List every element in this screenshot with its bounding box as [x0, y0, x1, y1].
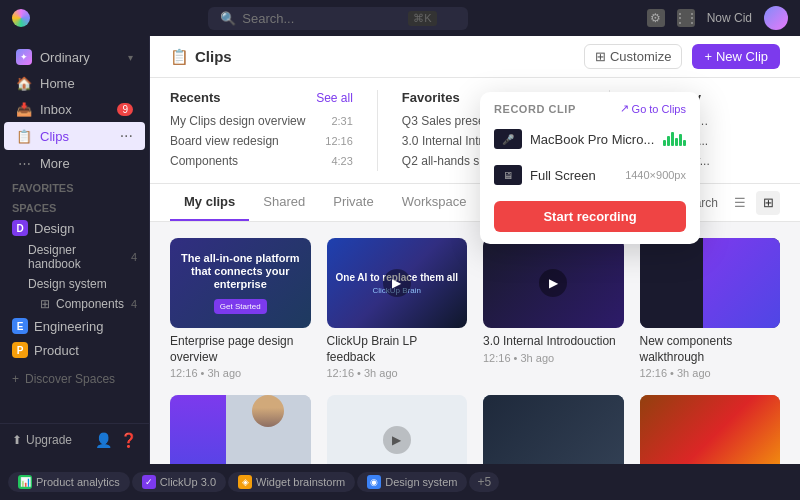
clips-grid: The all-in-one platform that connects yo…: [150, 222, 800, 464]
bar-3: [671, 132, 674, 146]
clip-thumb-5: ▶: [327, 395, 468, 464]
upgrade-icon: ⬆: [12, 433, 22, 447]
search-icon: 🔍: [220, 11, 236, 26]
components-icon: ⊞: [40, 297, 50, 311]
tab-shared[interactable]: Shared: [249, 184, 319, 221]
sidebar-home-label: Home: [40, 76, 75, 91]
plus-icon: +: [12, 372, 19, 386]
bottom-tag-2[interactable]: ◈ Widget brainstorm: [228, 472, 355, 492]
sidebar-space-design[interactable]: D Design: [0, 216, 149, 240]
discover-label: Discover Spaces: [25, 372, 115, 386]
start-recording-button[interactable]: Start recording: [494, 201, 686, 232]
workspace-selector[interactable]: ✦ Ordinary ▾: [4, 44, 145, 70]
header-actions: ⊞ Customize + New Clip: [584, 44, 780, 69]
clips-scroll-area[interactable]: The all-in-one platform that connects yo…: [150, 222, 800, 464]
grid-icon[interactable]: ⋮⋮: [677, 9, 695, 27]
clip-card-6[interactable]: Website design feedback 12:16 • 3h ago: [483, 395, 624, 464]
clip-info-2: 3.0 Internal Introdouction 12:16 • 3h ag…: [483, 334, 624, 364]
list-view-button[interactable]: ☰: [728, 191, 752, 215]
customize-button[interactable]: ⊞ Customize: [584, 44, 682, 69]
product-space-icon: P: [12, 342, 28, 358]
clip-meta-3: 12:16 • 3h ago: [640, 367, 781, 379]
sidebar-space-product[interactable]: P Product: [0, 338, 149, 362]
bar-4: [675, 138, 678, 146]
customize-icon: ⊞: [595, 49, 606, 64]
upgrade-button[interactable]: ⬆ Upgrade: [12, 433, 72, 447]
discover-spaces[interactable]: + Discover Spaces: [0, 366, 149, 392]
main-layout: ✦ Ordinary ▾ 🏠 Home 📥 Inbox 9 📋 Clips ··…: [0, 36, 800, 464]
bottom-tag-3[interactable]: ◉ Design system: [357, 472, 467, 492]
recent-time-2: 4:23: [331, 155, 352, 167]
workspace-icon: ✦: [16, 49, 32, 65]
user-avatar[interactable]: [764, 6, 788, 30]
tabs: My clips Shared Private Workspace: [170, 184, 480, 221]
clips-title-icon: 📋: [170, 48, 189, 66]
sidebar-space-engineering[interactable]: E Engineering: [0, 314, 149, 338]
clip-card-1[interactable]: One AI to replace them all ClickUp Brain…: [327, 238, 468, 379]
recent-name-2: Components: [170, 154, 238, 168]
clip-thumb-4: [170, 395, 311, 464]
recent-name-0: My Clips design overview: [170, 114, 305, 128]
clickup-icon: ✓: [142, 475, 156, 489]
recent-item-2[interactable]: Components 4:23: [170, 151, 353, 171]
inbox-icon: 📥: [16, 101, 32, 117]
workspace-area: 📋 Clips ⊞ Customize + New Clip Recents S…: [150, 36, 800, 464]
tab-private[interactable]: Private: [319, 184, 387, 221]
tab-workspace[interactable]: Workspace: [388, 184, 481, 221]
recent-time-1: 12:16: [325, 135, 353, 147]
grid-view-button[interactable]: ⊞: [756, 191, 780, 215]
more-tags-button[interactable]: +5: [469, 472, 499, 492]
clip-card-4[interactable]: New board view walkthrough 12:16 • 3h ag…: [170, 395, 311, 464]
clip-card-2[interactable]: ▶ 3.0 Internal Introdouction 12:16 • 3h …: [483, 238, 624, 379]
bottom-tag-label-0: Product analytics: [36, 476, 120, 488]
clip-card-5[interactable]: ▶ New Home design feedback 12:16 • 3h ag…: [327, 395, 468, 464]
clip-info-3: New components walkthrough 12:16 • 3h ag…: [640, 334, 781, 379]
sidebar-bottom-icons: 👤 ❓: [95, 432, 137, 448]
sidebar-design-system[interactable]: Design system: [0, 274, 149, 294]
clips-icon: 📋: [16, 128, 32, 144]
engineering-space-label: Engineering: [34, 319, 103, 334]
sidebar-item-more[interactable]: ⋯ More: [4, 150, 145, 176]
upgrade-label: Upgrade: [26, 433, 72, 447]
sidebar-item-clips[interactable]: 📋 Clips ···: [4, 122, 145, 150]
sidebar-item-inbox[interactable]: 📥 Inbox 9: [4, 96, 145, 122]
recent-item-0[interactable]: My Clips design overview 2:31: [170, 111, 353, 131]
designer-handbook-count: 4: [131, 251, 137, 263]
bottom-tag-0[interactable]: 📊 Product analytics: [8, 472, 130, 492]
clips-more-icon[interactable]: ···: [120, 127, 133, 145]
new-clip-button[interactable]: + New Clip: [692, 44, 780, 69]
record-title: RECORD CLIP: [494, 103, 576, 115]
sidebar-item-home[interactable]: 🏠 Home: [4, 70, 145, 96]
recents-see-all[interactable]: See all: [316, 91, 353, 105]
clip-card-3[interactable]: New components walkthrough 12:16 • 3h ag…: [640, 238, 781, 379]
search-shortcut: ⌘K: [408, 11, 436, 26]
now-cid-label: Now Cid: [707, 11, 752, 25]
bar-2: [667, 136, 670, 146]
bottom-tag-1[interactable]: ✓ ClickUp 3.0: [132, 472, 226, 492]
search-input[interactable]: [242, 11, 402, 26]
user-icon[interactable]: 👤: [95, 432, 112, 448]
clip-meta-2: 12:16 • 3h ago: [483, 352, 624, 364]
clip-info-0: Enterprise page design overview 12:16 • …: [170, 334, 311, 379]
plus-icon: +: [704, 49, 712, 64]
chevron-down-icon: ▾: [128, 52, 133, 63]
arrow-icon: ↗: [620, 102, 629, 115]
clip-info-1: ClickUp Brain LP feedback 12:16 • 3h ago: [327, 334, 468, 379]
sidebar-designer-handbook[interactable]: Designer handbook 4: [0, 240, 149, 274]
clip-card-0[interactable]: The all-in-one platform that connects yo…: [170, 238, 311, 379]
record-option-screen[interactable]: 🖥 Full Screen 1440×900px: [480, 157, 700, 193]
design-space-label: Design: [34, 221, 74, 236]
tab-my-clips[interactable]: My clips: [170, 184, 249, 221]
search-bar[interactable]: 🔍 ⌘K: [208, 7, 468, 30]
components-label: Components: [56, 297, 124, 311]
bar-5: [679, 134, 682, 146]
recent-item-1[interactable]: Board view redesign 12:16: [170, 131, 353, 151]
clip-card-7[interactable]: Board view redesign 12:16 • 3h ago: [640, 395, 781, 464]
settings-icon[interactable]: ⚙: [647, 9, 665, 27]
record-dropdown-header: RECORD CLIP ↗ Go to Clips: [480, 92, 700, 121]
record-option-mic[interactable]: 🎤 MacBook Pro Micro...: [480, 121, 700, 157]
go-to-clips-link[interactable]: ↗ Go to Clips: [620, 102, 686, 115]
sidebar-components[interactable]: ⊞ Components 4: [0, 294, 149, 314]
new-clip-label: New Clip: [716, 49, 768, 64]
help-icon[interactable]: ❓: [120, 432, 137, 448]
